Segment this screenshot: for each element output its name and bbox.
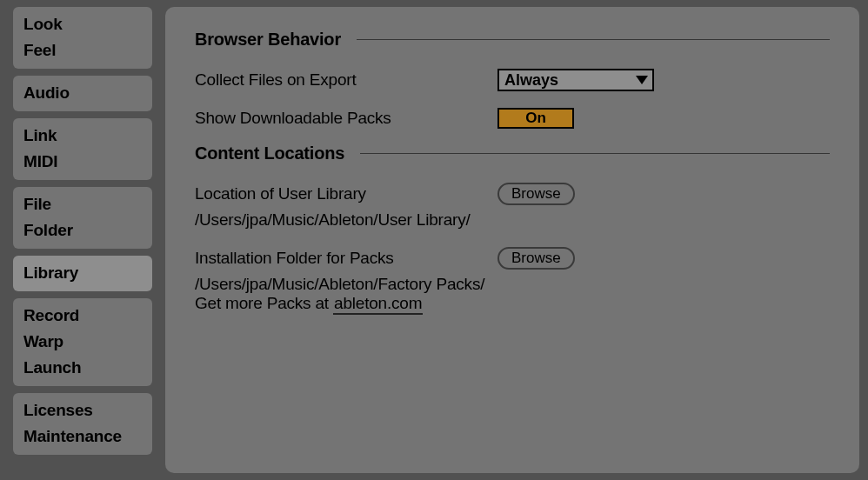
preferences-sidebar: LookFeelAudioLinkMIDIFileFolderLibraryRe… <box>13 7 152 462</box>
sidebar-group-4[interactable]: Library <box>13 256 152 291</box>
browse-label: Browse <box>511 185 561 203</box>
path-install-folder: /Users/jpa/Music/Ableton/Factory Packs/ <box>195 275 830 294</box>
path-user-library: /Users/jpa/Music/Ableton/User Library/ <box>195 210 830 230</box>
section-browser-behavior: Browser Behavior <box>195 30 830 50</box>
sidebar-tab-licenses[interactable]: Licenses <box>23 397 142 423</box>
sidebar-tab-launch[interactable]: Launch <box>23 355 142 381</box>
more-packs-line: Get more Packs at ableton.com <box>195 294 830 313</box>
sidebar-tab-look[interactable]: Look <box>23 11 142 37</box>
section-title: Content Locations <box>195 143 344 163</box>
label-install-folder: Installation Folder for Packs <box>195 249 497 268</box>
label-collect-files: Collect Files on Export <box>195 70 497 90</box>
label-user-library: Location of User Library <box>195 184 497 203</box>
row-show-packs: Show Downloadable Packs On <box>195 105 830 131</box>
label-show-packs: Show Downloadable Packs <box>195 109 497 128</box>
sidebar-group-0[interactable]: LookFeel <box>13 7 152 69</box>
section-rule <box>360 153 830 154</box>
sidebar-tab-feel[interactable]: Feel <box>23 37 142 63</box>
browse-install-folder-button[interactable]: Browse <box>497 247 575 270</box>
svg-marker-0 <box>636 76 648 84</box>
section-content-locations: Content Locations <box>195 143 830 163</box>
browse-user-library-button[interactable]: Browse <box>497 183 575 205</box>
dropdown-collect-files[interactable]: Always <box>497 69 654 91</box>
row-install-folder: Installation Folder for Packs Browse <box>195 245 830 271</box>
ableton-link[interactable]: ableton.com <box>333 294 423 315</box>
browse-label: Browse <box>511 250 561 267</box>
sidebar-group-3[interactable]: FileFolder <box>13 187 152 249</box>
section-rule <box>357 39 830 40</box>
toggle-show-packs[interactable]: On <box>497 108 574 129</box>
preferences-panel: Browser Behavior Collect Files on Export… <box>165 7 859 473</box>
sidebar-tab-folder[interactable]: Folder <box>23 217 142 243</box>
sidebar-group-6[interactable]: LicensesMaintenance <box>13 393 152 455</box>
toggle-value: On <box>525 110 546 127</box>
sidebar-tab-warp[interactable]: Warp <box>23 329 142 355</box>
sidebar-group-2[interactable]: LinkMIDI <box>13 118 152 180</box>
row-user-library: Location of User Library Browse <box>195 181 830 207</box>
sidebar-tab-library[interactable]: Library <box>23 260 142 286</box>
sidebar-group-1[interactable]: Audio <box>13 76 152 111</box>
sidebar-tab-maintenance[interactable]: Maintenance <box>23 423 142 450</box>
more-packs-prefix: Get more Packs at <box>195 294 333 312</box>
sidebar-group-5[interactable]: RecordWarpLaunch <box>13 298 152 386</box>
sidebar-tab-link[interactable]: Link <box>23 123 142 149</box>
row-collect-files: Collect Files on Export Always <box>195 67 830 93</box>
sidebar-tab-record[interactable]: Record <box>23 303 142 329</box>
section-title: Browser Behavior <box>195 30 341 50</box>
sidebar-tab-audio[interactable]: Audio <box>23 80 142 106</box>
sidebar-tab-file[interactable]: File <box>23 191 142 217</box>
dropdown-value: Always <box>499 71 558 90</box>
sidebar-tab-midi[interactable]: MIDI <box>23 149 142 175</box>
chevron-down-icon <box>636 76 648 84</box>
